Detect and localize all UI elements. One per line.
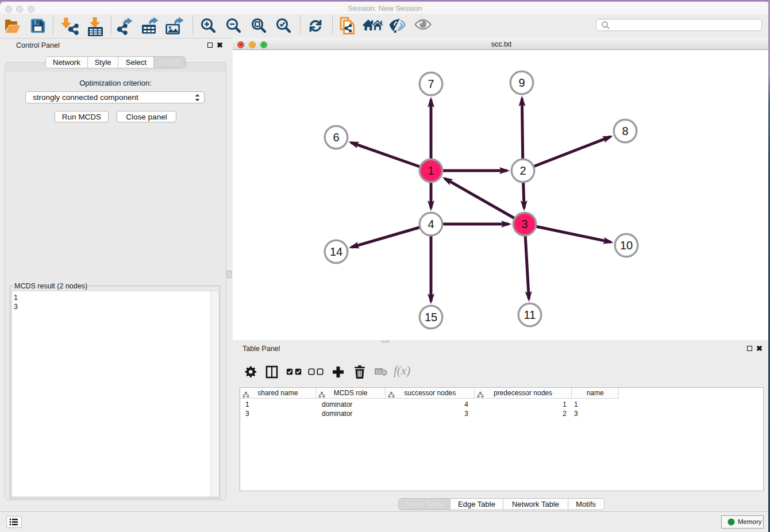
svg-text:1: 1 [428,164,434,177]
svg-text:14: 14 [330,245,342,258]
svg-text:6: 6 [333,131,339,144]
svg-text:3: 3 [521,218,528,230]
svg-text:9: 9 [518,76,525,89]
svg-text:4: 4 [428,218,434,230]
svg-text:15: 15 [425,311,437,323]
svg-text:10: 10 [620,239,633,252]
svg-text:2: 2 [519,164,526,177]
svg-text:8: 8 [622,125,628,137]
svg-text:11: 11 [524,309,536,321]
svg-text:7: 7 [428,78,434,90]
